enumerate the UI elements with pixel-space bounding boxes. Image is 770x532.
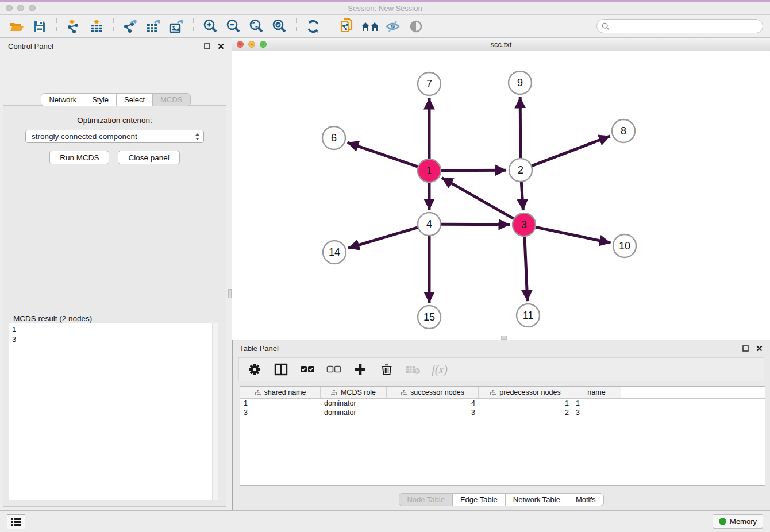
column-header-name[interactable]: name <box>572 387 621 398</box>
column-header-predecessor-nodes[interactable]: predecessor nodes <box>479 387 572 398</box>
hierarchy-icon <box>490 390 496 396</box>
float-panel-icon[interactable] <box>203 42 211 50</box>
graph-edge-4-14[interactable] <box>348 228 418 248</box>
delete-row-button[interactable] <box>379 362 394 377</box>
criterion-dropdown[interactable]: strongly connected component <box>25 130 204 143</box>
graph-node-2[interactable]: 2 <box>509 159 532 182</box>
import-network-button[interactable] <box>64 17 83 36</box>
open-session-button[interactable] <box>7 17 26 36</box>
zoom-selected-button[interactable] <box>270 17 289 36</box>
graph-node-7[interactable]: 7 <box>418 72 441 95</box>
graph-node-9[interactable]: 9 <box>509 71 532 94</box>
table-cell[interactable]: 4 <box>387 399 479 407</box>
first-neighbors-button[interactable] <box>360 17 380 36</box>
column-label: MCDS role <box>341 388 376 396</box>
table-cell[interactable]: 3 <box>572 408 621 417</box>
close-panel-button[interactable]: Close panel <box>118 151 179 164</box>
table-cell[interactable]: 2 <box>479 408 572 417</box>
graph-node-label: 14 <box>329 246 340 258</box>
graph-node-label: 4 <box>426 218 432 230</box>
graph-edge-3-1[interactable] <box>442 178 514 218</box>
network-graph[interactable]: 7968124314101511 <box>232 51 769 340</box>
graph-edge-2-3[interactable] <box>521 182 523 210</box>
mcds-result-title: MCDS result (2 nodes) <box>11 314 94 323</box>
deselect-all-columns-button[interactable] <box>326 362 341 377</box>
graph-node-15[interactable]: 15 <box>418 306 441 329</box>
zoom-in-button[interactable] <box>201 17 220 36</box>
table-cell[interactable]: 1 <box>479 399 572 407</box>
save-session-button[interactable] <box>30 17 49 36</box>
task-history-button[interactable] <box>7 514 25 529</box>
hide-selected-button[interactable] <box>383 17 403 36</box>
add-row-button[interactable] <box>353 362 368 377</box>
network-canvas[interactable]: 7968124314101511 <box>232 51 770 340</box>
graph-node-label: 2 <box>518 164 523 176</box>
memory-button[interactable]: Memory <box>713 514 763 529</box>
network-from-file-button[interactable] <box>337 17 357 36</box>
graph-node-4[interactable]: 4 <box>418 213 441 236</box>
tab-select[interactable]: Select <box>117 93 153 106</box>
canvas-scroll-handle[interactable] <box>501 336 507 340</box>
table-cell[interactable]: dominator <box>321 408 387 417</box>
export-table-icon <box>145 18 161 34</box>
graph-edge-1-6[interactable] <box>348 142 418 167</box>
float-table-panel-icon[interactable] <box>741 344 749 352</box>
table-cell[interactable]: 3 <box>240 408 321 417</box>
graph-edge-2-9[interactable] <box>520 97 521 158</box>
column-header-shared-name[interactable]: shared name <box>240 387 321 398</box>
zoom-in-icon <box>202 18 218 34</box>
table-cell[interactable]: 3 <box>387 408 479 417</box>
export-image-button[interactable] <box>167 17 186 36</box>
import-table-button[interactable] <box>87 17 106 36</box>
graph-node-11[interactable]: 11 <box>517 304 540 327</box>
tab-network[interactable]: Network <box>41 93 84 106</box>
close-panel-icon[interactable] <box>217 42 225 50</box>
column-header-successor-nodes[interactable]: successor nodes <box>387 387 479 398</box>
fx-icon: f(x) <box>432 363 448 376</box>
graph-edge-1-2[interactable] <box>441 170 506 171</box>
table-cell[interactable]: 1 <box>572 399 621 407</box>
export-network-button[interactable] <box>121 17 140 36</box>
zoom-fit-button[interactable] <box>247 17 266 36</box>
table-cell[interactable]: 1 <box>240 399 321 407</box>
tab-node-table[interactable]: Node Table <box>399 493 453 506</box>
export-table-button[interactable] <box>144 17 163 36</box>
graph-edge-3-10[interactable] <box>536 227 611 242</box>
table-row[interactable]: 3dominator323 <box>240 408 765 417</box>
table-settings-button[interactable] <box>247 362 262 377</box>
run-mcds-button[interactable]: Run MCDS <box>49 151 109 164</box>
graph-node-8[interactable]: 8 <box>612 119 635 142</box>
search-input[interactable] <box>613 21 758 31</box>
zoom-out-button[interactable] <box>224 17 243 36</box>
tab-mcds[interactable]: MCDS <box>153 93 190 106</box>
show-all-button[interactable] <box>406 17 426 36</box>
split-divider-grip[interactable] <box>228 289 232 298</box>
eye-slash-icon <box>385 20 401 33</box>
import-table-icon <box>89 18 104 34</box>
tab-style[interactable]: Style <box>84 93 117 106</box>
graph-node-3[interactable]: 3 <box>513 213 536 236</box>
node-table[interactable]: shared nameMCDS rolesuccessor nodesprede… <box>240 386 765 486</box>
graph-node-14[interactable]: 14 <box>323 241 346 264</box>
table-row[interactable]: 1dominator411 <box>240 399 765 408</box>
refresh-button[interactable] <box>303 17 323 36</box>
column-header-MCDS-role[interactable]: MCDS role <box>321 387 387 398</box>
export-image-icon <box>168 18 184 34</box>
tab-edge-table[interactable]: Edge Table <box>453 493 506 506</box>
graph-node-10[interactable]: 10 <box>613 234 636 257</box>
tab-motifs[interactable]: Motifs <box>568 493 604 506</box>
select-all-columns-button[interactable] <box>300 362 315 377</box>
tab-network-table[interactable]: Network Table <box>506 493 568 506</box>
show-columns-button[interactable] <box>274 362 288 377</box>
graph-node-1[interactable]: 1 <box>418 159 441 182</box>
graph-node-label: 8 <box>621 125 626 137</box>
graph-edge-3-11[interactable] <box>525 237 528 301</box>
close-table-panel-icon[interactable] <box>755 344 763 352</box>
graph-node-6[interactable]: 6 <box>322 126 345 149</box>
graph-edge-4-3[interactable] <box>441 224 510 225</box>
result-scrollbar[interactable] <box>212 323 218 500</box>
search-field[interactable] <box>596 19 763 33</box>
save-floppy-icon <box>33 20 47 33</box>
table-cell[interactable]: dominator <box>321 399 387 407</box>
graph-edge-2-8[interactable] <box>532 136 610 166</box>
